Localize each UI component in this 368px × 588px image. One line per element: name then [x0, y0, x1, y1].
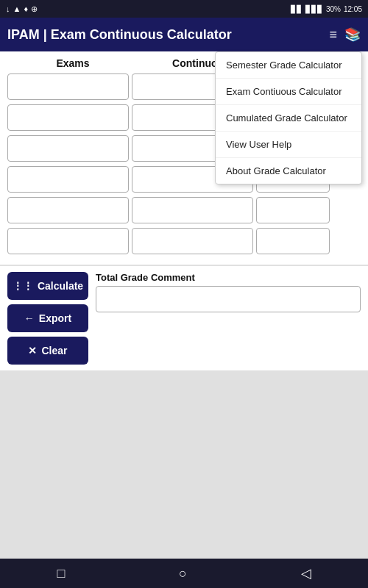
nav-bar: □ ○ ◁ [0, 559, 368, 588]
time-display: 12:05 [344, 5, 362, 13]
nav-circle-icon[interactable]: ○ [179, 566, 187, 581]
input-row-6 [7, 228, 361, 254]
notify-icon: ⊕ [31, 4, 38, 14]
clear-icon: ✕ [28, 345, 37, 356]
status-right: ▊▊ ▊▊▊ 30% 12:05 [291, 5, 362, 13]
result-input-5[interactable] [256, 197, 330, 223]
exam-input-4[interactable] [7, 166, 129, 193]
grade-comment-label: Total Grade Comment [96, 272, 361, 283]
continuous-input-5[interactable] [132, 197, 253, 223]
battery-status: 30% [326, 5, 341, 13]
exam-input-2[interactable] [7, 104, 129, 131]
grade-comment-input[interactable] [96, 286, 361, 312]
action-area: ⋮⋮ Calculate ← Export ✕ Clear Total Grad… [0, 266, 368, 370]
status-left-icons: ↓ ▲ ♦ ⊕ [6, 4, 38, 14]
header-icons: ≡ 📚 [329, 26, 361, 43]
nav-back-icon[interactable]: ◁ [301, 565, 311, 581]
input-row-5 [7, 197, 361, 223]
grade-comment-section: Total Grade Comment [96, 272, 361, 312]
gray-area [0, 370, 368, 562]
menu-item-about[interactable]: About Grade Calculator [216, 158, 361, 184]
download-icon: ↓ [6, 4, 10, 13]
exam-input-5[interactable] [7, 197, 129, 223]
nav-square-icon[interactable]: □ [57, 566, 65, 581]
app-header: IPAM | Exam Continuous Calculator ≡ 📚 [0, 18, 368, 51]
export-icon: ← [24, 312, 35, 324]
exam-input-3[interactable] [7, 135, 129, 162]
signal-strength-icon: ▊▊▊ [305, 5, 323, 13]
clear-label: Clear [41, 345, 67, 356]
calculate-button[interactable]: ⋮⋮ Calculate [7, 272, 88, 300]
calculate-icon: ⋮⋮ [13, 280, 33, 292]
menu-item-cumulated[interactable]: Cumulated Grade Calculator [216, 105, 361, 132]
exam-input-6[interactable] [7, 228, 129, 254]
signal-icon: ♦ [24, 4, 28, 13]
clear-button[interactable]: ✕ Clear [7, 337, 88, 365]
menu-item-semester[interactable]: Semester Grade Calculator [216, 52, 361, 79]
menu-item-exam[interactable]: Exam Contiuous Calculator [216, 79, 361, 105]
app-title: IPAM | Exam Continuous Calculator [7, 27, 232, 43]
continuous-input-6[interactable] [132, 228, 253, 254]
exams-header: Exams [10, 57, 135, 69]
dropdown-menu[interactable]: Semester Grade Calculator Exam Contiuous… [215, 51, 362, 184]
wifi-status-icon: ▊▊ [291, 5, 302, 13]
menu-item-help[interactable]: View User Help [216, 132, 361, 158]
wifi-icon: ▲ [13, 4, 21, 13]
export-label: Export [39, 312, 71, 324]
result-input-6[interactable] [256, 228, 330, 254]
export-button[interactable]: ← Export [7, 304, 88, 332]
exam-input-1[interactable] [7, 74, 129, 100]
book-icon[interactable]: 📚 [344, 26, 361, 43]
buttons-column: ⋮⋮ Calculate ← Export ✕ Clear [7, 272, 88, 365]
calculate-label: Calculate [38, 280, 83, 292]
status-bar: ↓ ▲ ♦ ⊕ ▊▊ ▊▊▊ 30% 12:05 [0, 0, 368, 18]
stack-icon[interactable]: ≡ [329, 27, 337, 43]
